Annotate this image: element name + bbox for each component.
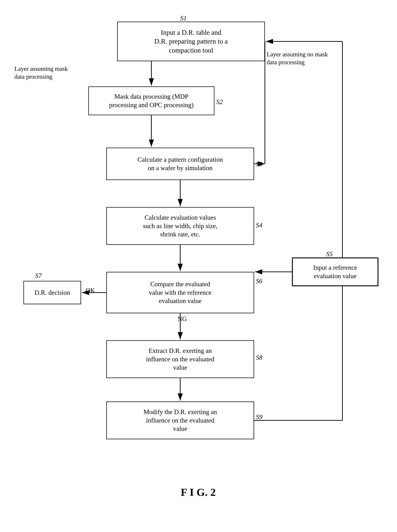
step-label-s6: S6 bbox=[256, 277, 262, 285]
box-s8: Extract D.R. exerting aninfluence on the… bbox=[106, 340, 254, 378]
box-s5: Input a referenceevaluation value bbox=[292, 257, 378, 286]
label-ok: OK bbox=[86, 286, 95, 295]
box-s1: Input a D.R. table andD.R. preparing pat… bbox=[117, 22, 265, 61]
label-no-mask-layer: Layer assuming no maskdata processing bbox=[267, 50, 335, 66]
step-label-s5: S5 bbox=[326, 250, 333, 258]
box-s4: Calculate evaluation valuessuch as line … bbox=[106, 207, 254, 245]
step-label-s3: S3 bbox=[256, 160, 262, 168]
step-label-s7: S7 bbox=[35, 272, 42, 279]
box-s2: Mask data processing (MDPprocessing and … bbox=[88, 86, 214, 115]
step-label-s4: S4 bbox=[256, 221, 262, 229]
label-ng: NG bbox=[178, 315, 187, 323]
label-mask-layer: Layer assuming maskdata processing bbox=[14, 65, 79, 81]
box-s3: Calculate a pattern configurationon a wa… bbox=[106, 148, 254, 180]
figure-label: F I G. 2 bbox=[126, 486, 270, 499]
diagram-container: S1 Input a D.R. table andD.R. preparing … bbox=[0, 0, 397, 532]
step-label-s2: S2 bbox=[216, 98, 223, 106]
step-label-s1: S1 bbox=[180, 14, 187, 22]
step-label-s8: S8 bbox=[256, 354, 262, 361]
box-s7: D.R. decision bbox=[23, 281, 81, 304]
step-label-s9: S9 bbox=[256, 413, 262, 421]
box-s6: Compare the evaluatedvalue with the refe… bbox=[106, 272, 254, 313]
box-s9: Modify the D.R. exerting aninfluence on … bbox=[106, 401, 254, 439]
